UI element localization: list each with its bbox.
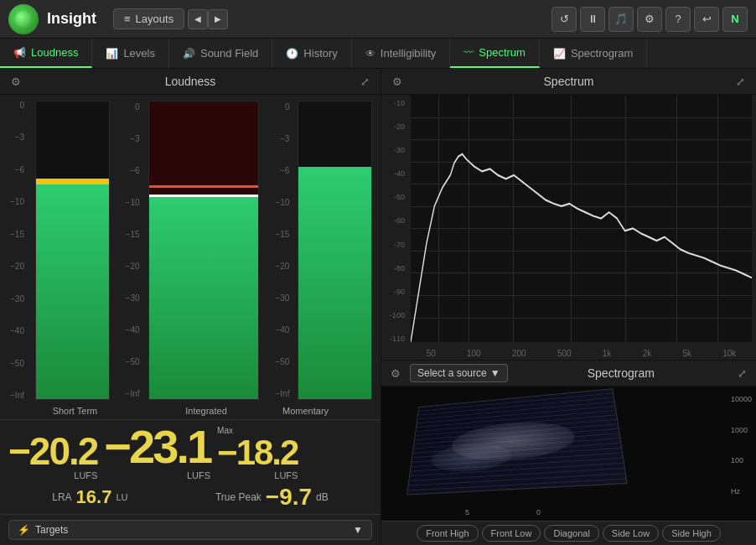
- tab-spectrum[interactable]: 〰 Spectrum: [450, 39, 540, 68]
- spectrum-db-scale: -10 -20 -30 -40 -50 -60 -70 -80 -90 -100…: [381, 95, 406, 360]
- loudness-settings-icon[interactable]: ⚙: [8, 74, 23, 89]
- true-peak-value: −9.7: [266, 484, 312, 511]
- header-controls: ↺ ⏸ 🎵 ⚙ ? ↩ N: [551, 7, 748, 32]
- brand-button[interactable]: N: [722, 7, 748, 32]
- settings-button[interactable]: ⚙: [637, 7, 662, 32]
- spectrum-expand-icon[interactable]: ⤢: [733, 74, 748, 89]
- spectrum-panel-header: ⚙ Spectrum ⤢: [381, 69, 756, 95]
- tab-history[interactable]: 🕐 History: [272, 39, 351, 68]
- loudness-panel-header: ⚙ Loudness ⤢: [0, 69, 381, 95]
- true-peak-group: True Peak −9.7 dB: [215, 484, 329, 511]
- targets-label: Targets: [35, 524, 68, 536]
- tab-soundfield-label: Sound Field: [200, 47, 258, 60]
- tab-history-label: History: [303, 47, 337, 60]
- loudness-panel: ⚙ Loudness ⤢ 0 −3 −6 −10 −15 −20 −30 −40…: [0, 69, 381, 545]
- integrated-meter: [148, 101, 260, 400]
- integrated-scale: 0 −3 −6 −10 −15 −20 −30 −40 −50 −Inf: [117, 101, 142, 400]
- tab-soundfield[interactable]: 🔊 Sound Field: [169, 39, 272, 68]
- true-peak-label: True Peak: [215, 491, 261, 503]
- spectrogram-settings-icon[interactable]: ⚙: [388, 366, 403, 381]
- source-select-label: Select a source: [417, 367, 487, 379]
- integrated-red-marker: [149, 185, 259, 188]
- tab-loudness[interactable]: 📢 Loudness: [0, 39, 92, 68]
- spectrum-tab-icon: 〰: [463, 47, 474, 59]
- spectro-tab-front-low[interactable]: Front Low: [482, 525, 541, 542]
- spectrogram-chart: 10000 1000 100 Hz 5 0: [381, 387, 756, 521]
- integrated-value: −23.1: [104, 423, 210, 470]
- layouts-label: Layouts: [136, 13, 174, 25]
- momentary-fill: [298, 167, 371, 399]
- meters-bars: 0 −3 −6 −10 −15 −20 −30 −40 −50 −Inf: [27, 96, 381, 404]
- spectrum-graph-container: 50 100 200 500 1k 2k 5k 10k: [406, 95, 756, 360]
- spectrum-settings-icon[interactable]: ⚙: [390, 74, 405, 89]
- spectrogram-header: ⚙ Select a source ▼ Spectrogram ⤢: [381, 361, 756, 387]
- spectro-tab-side-high[interactable]: Side High: [662, 525, 721, 542]
- right-panel: ⚙ Spectrum ⤢ -10 -20 -30 -40 -50 -60 -70…: [381, 69, 756, 545]
- momentary-value-group: Max −18.2 LUFS: [217, 426, 298, 480]
- momentary-meter: [298, 101, 372, 400]
- source-select[interactable]: Select a source ▼: [410, 364, 508, 382]
- spectrum-title: Spectrum: [405, 75, 733, 88]
- app-title: Insight: [47, 10, 96, 28]
- integrated-value-group: −23.1 LUFS: [104, 423, 210, 480]
- short-term-fill: [36, 184, 109, 399]
- lra-label: LRA: [52, 491, 71, 503]
- tab-spectrogram[interactable]: 📈 Spectrogram: [540, 39, 647, 68]
- spectrogram-3d-area: 10000 1000 100 Hz 5 0: [381, 387, 756, 521]
- loudness-values: −20.2 LUFS −23.1 LUFS Max −18.2 LUFS: [0, 419, 381, 482]
- pause-button[interactable]: ⏸: [580, 7, 605, 32]
- short-term-value-group: −20.2 LUFS: [8, 432, 97, 480]
- soundfield-tab-icon: 🔊: [183, 48, 195, 60]
- spectrum-curve: [411, 95, 752, 342]
- tab-loudness-label: Loudness: [31, 46, 78, 59]
- spectrogram-expand-icon[interactable]: ⤢: [734, 366, 749, 381]
- loudness-title: Loudness: [23, 75, 357, 88]
- lra-group: LRA 16.7 LU: [52, 486, 127, 508]
- spectrogram-bottom-tabs: Front High Front Low Diagonal Side Low S…: [381, 521, 756, 545]
- loudness-scale: 0 −3 −6 −10 −15 −20 −30 −40 −50 −Inf: [0, 96, 27, 404]
- targets-button[interactable]: ⚡ Targets ▼: [8, 520, 372, 540]
- help-button[interactable]: ?: [665, 7, 691, 32]
- refresh-button[interactable]: ↺: [551, 7, 577, 32]
- layouts-icon: ≡: [124, 13, 131, 25]
- lra-truepeak-row: LRA 16.7 LU True Peak −9.7 dB: [0, 482, 381, 514]
- loudness-expand-icon[interactable]: ⤢: [357, 74, 372, 89]
- spectro-tab-diagonal[interactable]: Diagonal: [544, 525, 598, 542]
- prev-button[interactable]: ◀: [188, 9, 208, 29]
- audio-button[interactable]: 🎵: [608, 7, 634, 32]
- integrated-label: Integrated: [147, 406, 266, 416]
- momentary-bar: [298, 101, 372, 400]
- next-button[interactable]: ▶: [208, 9, 228, 29]
- tab-levels[interactable]: 📊 Levels: [92, 39, 169, 68]
- spectro-tab-side-low[interactable]: Side Low: [603, 525, 659, 542]
- true-peak-unit: dB: [316, 491, 329, 503]
- undo-button[interactable]: ↩: [694, 7, 719, 32]
- spectrogram-panel: ⚙ Select a source ▼ Spectrogram ⤢: [381, 361, 756, 545]
- integrated-unit: LUFS: [187, 470, 210, 480]
- tab-spectrum-label: Spectrum: [479, 46, 526, 59]
- meter-labels: Short Term Integrated Momentary: [0, 406, 381, 419]
- main-content: ⚙ Loudness ⤢ 0 −3 −6 −10 −15 −20 −30 −40…: [0, 69, 756, 545]
- app-header: Insight ≡ Layouts ◀ ▶ ↺ ⏸ 🎵 ⚙ ? ↩ N: [0, 0, 756, 39]
- spectro-tab-front-high[interactable]: Front High: [417, 525, 478, 542]
- integrated-fill: [149, 197, 259, 399]
- loudness-bottom-bar: ⚡ Targets ▼: [0, 514, 381, 545]
- spectro-time-labels: 5 0: [465, 508, 541, 516]
- short-term-meter: [35, 101, 110, 400]
- lra-value: 16.7: [76, 486, 112, 508]
- targets-icon: ⚡: [18, 524, 30, 536]
- targets-chevron: ▼: [353, 524, 363, 536]
- tab-bar: 📢 Loudness 📊 Levels 🔊 Sound Field 🕐 Hist…: [0, 39, 756, 69]
- momentary-unit: LUFS: [274, 470, 298, 480]
- layouts-button[interactable]: ≡ Layouts: [113, 8, 184, 29]
- short-term-yellow: [36, 179, 109, 184]
- tab-intelligibility[interactable]: 👁 Intelligibility: [352, 39, 450, 68]
- loudness-tab-icon: 📢: [13, 47, 26, 59]
- lra-unit: LU: [116, 492, 127, 502]
- tab-spectrogram-label: Spectrogram: [571, 47, 633, 60]
- momentary-value: −18.2: [217, 435, 298, 470]
- tab-levels-label: Levels: [123, 47, 155, 60]
- short-term-unit: LUFS: [74, 470, 97, 480]
- spectrogram-title: Spectrogram: [588, 366, 655, 380]
- intelligibility-tab-icon: 👁: [365, 48, 375, 60]
